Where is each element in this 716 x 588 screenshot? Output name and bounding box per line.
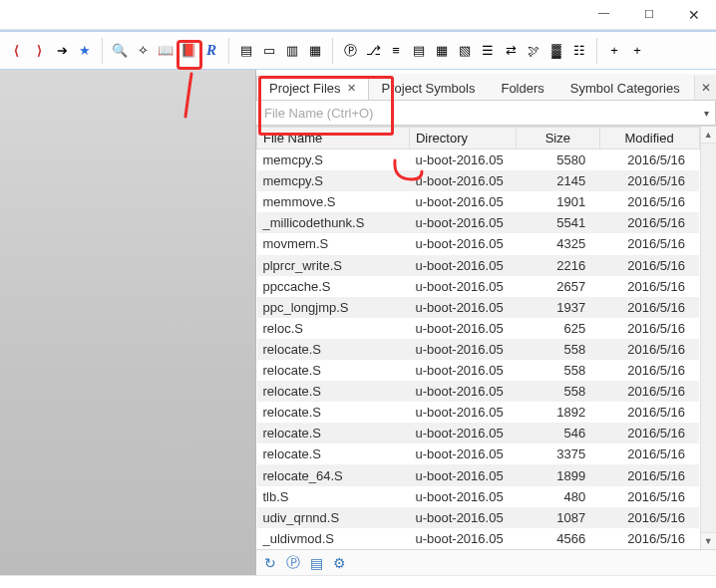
layout-link-icon[interactable]: ▦: [305, 41, 325, 61]
cell-directory: u-boot-2016.05: [409, 149, 516, 171]
grid2-icon[interactable]: ▧: [455, 41, 475, 61]
refresh-icon[interactable]: ↻: [264, 555, 276, 571]
col-size[interactable]: Size: [517, 128, 600, 149]
cell-modified: 2016/5/16: [599, 276, 699, 297]
toolbar-separator: [596, 38, 597, 64]
scroll-up-icon[interactable]: ▲: [701, 127, 716, 144]
panel-tab-row: Project Files ✕ Project Symbols Folders …: [256, 70, 716, 100]
table-row[interactable]: reloc.Su-boot-2016.056252016/5/16: [257, 318, 700, 339]
star-icon[interactable]: ★: [75, 41, 95, 61]
cell-size: 1899: [517, 464, 600, 485]
cell-size: 625: [517, 318, 600, 339]
multi-icon[interactable]: ▓: [546, 41, 566, 61]
table-row[interactable]: relocate_64.Su-boot-2016.0518992016/5/16: [257, 464, 700, 485]
cell-directory: u-boot-2016.05: [409, 233, 516, 254]
scroll-track[interactable]: [701, 144, 716, 532]
table-row[interactable]: plprcr_write.Su-boot-2016.0522162016/5/1…: [257, 255, 700, 276]
sparkle-icon[interactable]: ✧: [133, 41, 153, 61]
cell-size: 4325: [517, 233, 600, 254]
layout-single-icon[interactable]: ▭: [259, 41, 279, 61]
cell-file-name: relocate.S: [257, 423, 410, 443]
binoculars-icon[interactable]: 🔍: [110, 41, 130, 61]
table-row[interactable]: memcpy.Su-boot-2016.0555802016/5/16: [257, 149, 700, 171]
close-icon[interactable]: ✕: [347, 82, 356, 95]
vertical-scrollbar[interactable]: ▲ ▼: [700, 127, 716, 549]
tab-symbol-categories[interactable]: Symbol Categories: [557, 76, 693, 100]
cell-file-name: memmove.S: [257, 191, 410, 212]
table-row[interactable]: ppc_longjmp.Su-boot-2016.0519372016/5/16: [257, 297, 700, 318]
table-row[interactable]: _uldivmod.Su-boot-2016.0545662016/5/16: [257, 528, 700, 549]
cell-modified: 2016/5/16: [599, 528, 699, 549]
file-search-input[interactable]: [264, 106, 707, 121]
table-row[interactable]: relocate.Su-boot-2016.055582016/5/16: [257, 360, 700, 381]
col-directory[interactable]: Directory: [409, 128, 516, 149]
table-row[interactable]: relocate.Su-boot-2016.055462016/5/16: [257, 423, 700, 443]
p-circle-icon[interactable]: Ⓟ: [340, 41, 360, 61]
cell-size: 558: [517, 339, 600, 360]
table-row[interactable]: ppccache.Su-boot-2016.0526572016/5/16: [257, 276, 700, 297]
window-minimize-button[interactable]: [581, 0, 626, 30]
cell-modified: 2016/5/16: [599, 297, 699, 318]
chevron-down-icon[interactable]: ▾: [704, 108, 709, 119]
grid1-icon[interactable]: ▦: [432, 41, 452, 61]
cell-file-name: relocate.S: [257, 402, 410, 423]
table-row[interactable]: relocate.Su-boot-2016.0518922016/5/16: [257, 402, 700, 423]
tab-project-symbols[interactable]: Project Symbols: [369, 76, 489, 100]
swap-icon[interactable]: ⇄: [501, 41, 521, 61]
table-row[interactable]: memmove.Su-boot-2016.0519012016/5/16: [257, 191, 700, 212]
cell-directory: u-boot-2016.05: [409, 507, 516, 528]
doc-icon[interactable]: ▤: [310, 555, 323, 571]
cell-file-name: relocate.S: [257, 443, 410, 464]
open-book-icon[interactable]: 📖: [156, 41, 176, 61]
table-row[interactable]: udiv_qrnnd.Su-boot-2016.0510872016/5/16: [257, 507, 700, 528]
plus2-icon[interactable]: +: [627, 41, 647, 61]
main-toolbar: ⟨⟩➔★🔍✧📖📕R▤▭▥▦Ⓟ⎇≡▤▦▧☰⇄🕊▓☷++: [0, 30, 716, 70]
tab-folders[interactable]: Folders: [488, 76, 556, 100]
gear-icon[interactable]: ⚙: [333, 555, 346, 571]
list-icon[interactable]: ▤: [409, 41, 429, 61]
layout-split-horiz-icon[interactable]: ▤: [236, 41, 256, 61]
cell-modified: 2016/5/16: [599, 464, 699, 485]
book-up-icon[interactable]: 📕: [179, 41, 198, 61]
cell-file-name: udiv_qrnnd.S: [257, 507, 410, 528]
arrow-right-box-icon[interactable]: ➔: [52, 41, 72, 61]
cell-directory: u-boot-2016.05: [409, 170, 516, 191]
table-row[interactable]: _millicodethunk.Su-boot-2016.0555412016/…: [257, 212, 700, 233]
r-script-icon[interactable]: R: [201, 41, 221, 61]
col-modified[interactable]: Modified: [599, 128, 699, 149]
layout-split-vert-icon[interactable]: ▥: [282, 41, 302, 61]
table-row[interactable]: tlb.Su-boot-2016.054802016/5/16: [257, 486, 700, 507]
cell-size: 2145: [517, 170, 600, 191]
tree-icon[interactable]: ☷: [569, 41, 589, 61]
flow-icon[interactable]: ≡: [386, 41, 406, 61]
col-file-name[interactable]: File Name: [257, 128, 410, 149]
table-row[interactable]: relocate.Su-boot-2016.055582016/5/16: [257, 339, 700, 360]
window-close-button[interactable]: [671, 0, 716, 30]
table-row[interactable]: memcpy.Su-boot-2016.0521452016/5/16: [257, 170, 700, 191]
brace-right-icon[interactable]: ⟩: [29, 41, 49, 61]
p-circle-icon[interactable]: Ⓟ: [286, 554, 300, 572]
panel-close-button[interactable]: ✕: [694, 76, 716, 100]
stack-icon[interactable]: ☰: [478, 41, 498, 61]
cell-size: 558: [517, 381, 600, 402]
cell-size: 558: [517, 360, 600, 381]
tab-project-files[interactable]: Project Files ✕: [256, 76, 369, 100]
cell-modified: 2016/5/16: [599, 381, 699, 402]
branch-icon[interactable]: ⎇: [363, 41, 383, 61]
table-row[interactable]: relocate.Su-boot-2016.0533752016/5/16: [257, 443, 700, 464]
plus1-icon[interactable]: +: [604, 41, 624, 61]
file-search-bar[interactable]: ▾: [256, 100, 716, 126]
window-maximize-button[interactable]: [626, 0, 671, 30]
brace-left-icon[interactable]: ⟨: [6, 41, 26, 61]
project-panel: Project Files ✕ Project Symbols Folders …: [256, 70, 716, 575]
cell-size: 1937: [517, 297, 600, 318]
table-row[interactable]: movmem.Su-boot-2016.0543252016/5/16: [257, 233, 700, 254]
cell-file-name: _uldivmod.S: [257, 528, 410, 549]
bird-icon[interactable]: 🕊: [524, 41, 543, 61]
cell-file-name: movmem.S: [257, 233, 410, 254]
cell-file-name: plprcr_write.S: [257, 255, 410, 276]
cell-file-name: relocate.S: [257, 381, 410, 402]
table-row[interactable]: relocate.Su-boot-2016.055582016/5/16: [257, 381, 700, 402]
scroll-down-icon[interactable]: ▼: [701, 532, 716, 549]
cell-size: 3375: [517, 443, 600, 464]
